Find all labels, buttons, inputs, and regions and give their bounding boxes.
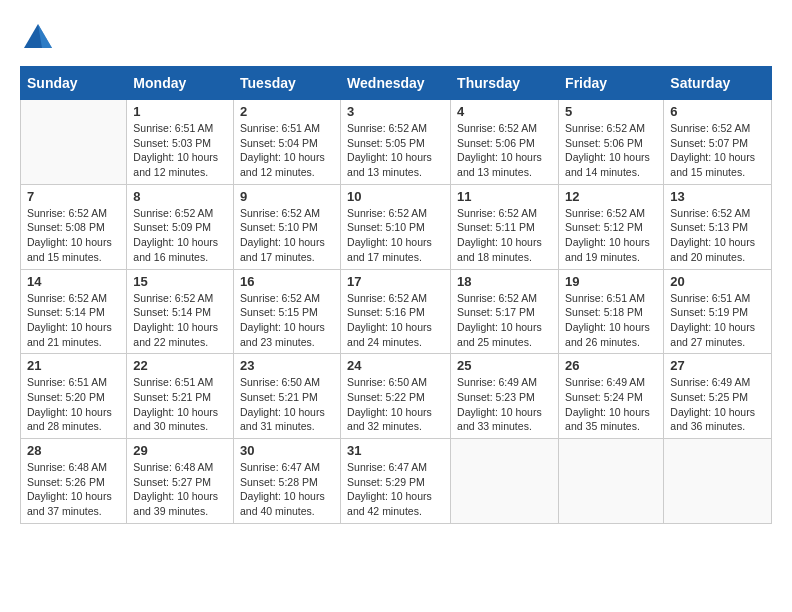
day-number: 12 (565, 189, 657, 204)
week-row-5: 28Sunrise: 6:48 AM Sunset: 5:26 PM Dayli… (21, 439, 772, 524)
day-info: Sunrise: 6:51 AM Sunset: 5:03 PM Dayligh… (133, 121, 227, 180)
header-wednesday: Wednesday (341, 67, 451, 100)
day-number: 5 (565, 104, 657, 119)
day-info: Sunrise: 6:52 AM Sunset: 5:14 PM Dayligh… (27, 291, 120, 350)
day-number: 19 (565, 274, 657, 289)
day-number: 28 (27, 443, 120, 458)
day-cell: 21Sunrise: 6:51 AM Sunset: 5:20 PM Dayli… (21, 354, 127, 439)
day-number: 11 (457, 189, 552, 204)
day-info: Sunrise: 6:50 AM Sunset: 5:22 PM Dayligh… (347, 375, 444, 434)
day-info: Sunrise: 6:48 AM Sunset: 5:26 PM Dayligh… (27, 460, 120, 519)
day-info: Sunrise: 6:52 AM Sunset: 5:13 PM Dayligh… (670, 206, 765, 265)
day-info: Sunrise: 6:52 AM Sunset: 5:06 PM Dayligh… (457, 121, 552, 180)
day-cell: 3Sunrise: 6:52 AM Sunset: 5:05 PM Daylig… (341, 100, 451, 185)
day-number: 30 (240, 443, 334, 458)
day-info: Sunrise: 6:52 AM Sunset: 5:05 PM Dayligh… (347, 121, 444, 180)
day-number: 6 (670, 104, 765, 119)
day-cell: 31Sunrise: 6:47 AM Sunset: 5:29 PM Dayli… (341, 439, 451, 524)
day-info: Sunrise: 6:52 AM Sunset: 5:14 PM Dayligh… (133, 291, 227, 350)
day-number: 2 (240, 104, 334, 119)
day-info: Sunrise: 6:49 AM Sunset: 5:23 PM Dayligh… (457, 375, 552, 434)
day-cell: 24Sunrise: 6:50 AM Sunset: 5:22 PM Dayli… (341, 354, 451, 439)
week-row-2: 7Sunrise: 6:52 AM Sunset: 5:08 PM Daylig… (21, 184, 772, 269)
day-number: 23 (240, 358, 334, 373)
day-cell: 28Sunrise: 6:48 AM Sunset: 5:26 PM Dayli… (21, 439, 127, 524)
week-row-1: 1Sunrise: 6:51 AM Sunset: 5:03 PM Daylig… (21, 100, 772, 185)
day-number: 20 (670, 274, 765, 289)
day-number: 7 (27, 189, 120, 204)
day-info: Sunrise: 6:51 AM Sunset: 5:04 PM Dayligh… (240, 121, 334, 180)
day-info: Sunrise: 6:49 AM Sunset: 5:25 PM Dayligh… (670, 375, 765, 434)
day-cell: 16Sunrise: 6:52 AM Sunset: 5:15 PM Dayli… (234, 269, 341, 354)
day-cell: 17Sunrise: 6:52 AM Sunset: 5:16 PM Dayli… (341, 269, 451, 354)
day-info: Sunrise: 6:52 AM Sunset: 5:16 PM Dayligh… (347, 291, 444, 350)
logo-icon (20, 20, 56, 56)
day-number: 22 (133, 358, 227, 373)
day-info: Sunrise: 6:47 AM Sunset: 5:29 PM Dayligh… (347, 460, 444, 519)
day-cell: 25Sunrise: 6:49 AM Sunset: 5:23 PM Dayli… (451, 354, 559, 439)
day-number: 16 (240, 274, 334, 289)
day-number: 17 (347, 274, 444, 289)
day-cell: 15Sunrise: 6:52 AM Sunset: 5:14 PM Dayli… (127, 269, 234, 354)
day-cell: 11Sunrise: 6:52 AM Sunset: 5:11 PM Dayli… (451, 184, 559, 269)
day-cell: 5Sunrise: 6:52 AM Sunset: 5:06 PM Daylig… (559, 100, 664, 185)
day-number: 29 (133, 443, 227, 458)
day-cell (21, 100, 127, 185)
day-cell: 19Sunrise: 6:51 AM Sunset: 5:18 PM Dayli… (559, 269, 664, 354)
day-number: 24 (347, 358, 444, 373)
day-cell (559, 439, 664, 524)
day-cell: 2Sunrise: 6:51 AM Sunset: 5:04 PM Daylig… (234, 100, 341, 185)
day-cell (664, 439, 772, 524)
day-number: 18 (457, 274, 552, 289)
day-number: 9 (240, 189, 334, 204)
day-info: Sunrise: 6:51 AM Sunset: 5:20 PM Dayligh… (27, 375, 120, 434)
day-number: 15 (133, 274, 227, 289)
day-cell: 1Sunrise: 6:51 AM Sunset: 5:03 PM Daylig… (127, 100, 234, 185)
day-cell: 10Sunrise: 6:52 AM Sunset: 5:10 PM Dayli… (341, 184, 451, 269)
day-number: 26 (565, 358, 657, 373)
page-header (20, 20, 772, 56)
day-cell (451, 439, 559, 524)
day-number: 4 (457, 104, 552, 119)
day-info: Sunrise: 6:48 AM Sunset: 5:27 PM Dayligh… (133, 460, 227, 519)
day-number: 27 (670, 358, 765, 373)
day-number: 13 (670, 189, 765, 204)
day-cell: 9Sunrise: 6:52 AM Sunset: 5:10 PM Daylig… (234, 184, 341, 269)
day-number: 1 (133, 104, 227, 119)
day-info: Sunrise: 6:52 AM Sunset: 5:10 PM Dayligh… (240, 206, 334, 265)
header-friday: Friday (559, 67, 664, 100)
day-cell: 7Sunrise: 6:52 AM Sunset: 5:08 PM Daylig… (21, 184, 127, 269)
day-cell: 26Sunrise: 6:49 AM Sunset: 5:24 PM Dayli… (559, 354, 664, 439)
day-number: 14 (27, 274, 120, 289)
header-thursday: Thursday (451, 67, 559, 100)
day-cell: 18Sunrise: 6:52 AM Sunset: 5:17 PM Dayli… (451, 269, 559, 354)
week-row-4: 21Sunrise: 6:51 AM Sunset: 5:20 PM Dayli… (21, 354, 772, 439)
day-info: Sunrise: 6:52 AM Sunset: 5:12 PM Dayligh… (565, 206, 657, 265)
day-info: Sunrise: 6:50 AM Sunset: 5:21 PM Dayligh… (240, 375, 334, 434)
day-info: Sunrise: 6:52 AM Sunset: 5:07 PM Dayligh… (670, 121, 765, 180)
day-cell: 6Sunrise: 6:52 AM Sunset: 5:07 PM Daylig… (664, 100, 772, 185)
day-info: Sunrise: 6:52 AM Sunset: 5:09 PM Dayligh… (133, 206, 227, 265)
day-info: Sunrise: 6:51 AM Sunset: 5:18 PM Dayligh… (565, 291, 657, 350)
day-cell: 12Sunrise: 6:52 AM Sunset: 5:12 PM Dayli… (559, 184, 664, 269)
day-info: Sunrise: 6:49 AM Sunset: 5:24 PM Dayligh… (565, 375, 657, 434)
day-cell: 22Sunrise: 6:51 AM Sunset: 5:21 PM Dayli… (127, 354, 234, 439)
day-cell: 4Sunrise: 6:52 AM Sunset: 5:06 PM Daylig… (451, 100, 559, 185)
day-cell: 20Sunrise: 6:51 AM Sunset: 5:19 PM Dayli… (664, 269, 772, 354)
header-tuesday: Tuesday (234, 67, 341, 100)
day-cell: 23Sunrise: 6:50 AM Sunset: 5:21 PM Dayli… (234, 354, 341, 439)
header-sunday: Sunday (21, 67, 127, 100)
day-info: Sunrise: 6:52 AM Sunset: 5:10 PM Dayligh… (347, 206, 444, 265)
header-saturday: Saturday (664, 67, 772, 100)
day-cell: 29Sunrise: 6:48 AM Sunset: 5:27 PM Dayli… (127, 439, 234, 524)
day-number: 31 (347, 443, 444, 458)
day-info: Sunrise: 6:47 AM Sunset: 5:28 PM Dayligh… (240, 460, 334, 519)
day-info: Sunrise: 6:52 AM Sunset: 5:17 PM Dayligh… (457, 291, 552, 350)
logo (20, 20, 62, 56)
header-monday: Monday (127, 67, 234, 100)
day-info: Sunrise: 6:52 AM Sunset: 5:08 PM Dayligh… (27, 206, 120, 265)
day-info: Sunrise: 6:52 AM Sunset: 5:06 PM Dayligh… (565, 121, 657, 180)
day-number: 8 (133, 189, 227, 204)
day-cell: 14Sunrise: 6:52 AM Sunset: 5:14 PM Dayli… (21, 269, 127, 354)
day-info: Sunrise: 6:52 AM Sunset: 5:15 PM Dayligh… (240, 291, 334, 350)
